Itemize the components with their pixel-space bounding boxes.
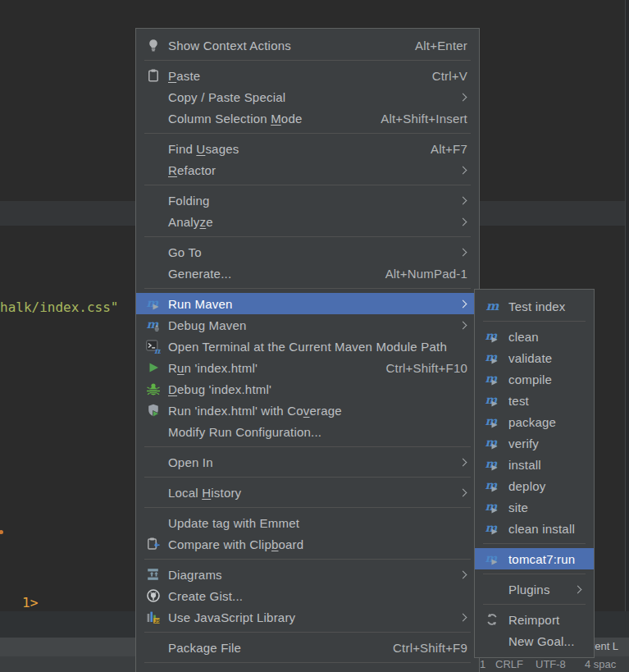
status-line-ending[interactable]: CRLF xyxy=(495,658,523,670)
menu-item-label: Plugins xyxy=(508,583,550,597)
menu-item-label: clean install xyxy=(508,522,575,536)
menu-item-plugins[interactable]: Plugins xyxy=(475,578,594,600)
menu-item-label: Run Maven xyxy=(168,297,233,311)
menu-item-go-to[interactable]: Go To xyxy=(136,241,479,263)
menu-item-update-tag-with-emmet[interactable]: Update tag with Emmet xyxy=(136,512,479,533)
chevron-right-icon xyxy=(459,570,467,578)
menu-item-label: Debug Maven xyxy=(168,318,247,332)
menu-item-goal-compile[interactable]: mcompile xyxy=(475,368,594,390)
menu-item-label: Compare with Clipboard xyxy=(168,537,303,551)
chevron-right-icon xyxy=(459,488,467,496)
menu-item-refactor[interactable]: Refactor xyxy=(136,159,479,181)
menu-item-run-index-html-with-coverage[interactable]: Run 'index.html' with Coverage xyxy=(136,400,479,421)
menu-item-local-history[interactable]: Local History xyxy=(136,482,479,503)
menu-item-paste[interactable]: PasteCtrl+V xyxy=(136,65,479,86)
menu-item-shortcut: Alt+Shift+Insert xyxy=(381,112,467,126)
menu-item-label: Open In xyxy=(168,455,213,469)
menu-item-goal-install[interactable]: minstall xyxy=(475,454,594,475)
no-icon xyxy=(485,633,499,648)
chevron-right-icon xyxy=(574,585,582,593)
menu-item-package-file[interactable]: Package FileCtrl+Shift+F9 xyxy=(136,637,479,658)
menu-item-find-usages[interactable]: Find UsagesAlt+F7 xyxy=(136,138,479,159)
menu-item-shortcut: Alt+F7 xyxy=(431,142,467,156)
status-encoding[interactable]: UTF-8 xyxy=(536,658,566,670)
menu-item-show-context-actions[interactable]: Show Context ActionsAlt+Enter xyxy=(136,34,479,56)
menu-item-goal-clean[interactable]: mclean xyxy=(475,326,594,347)
menu-separator xyxy=(144,632,471,633)
menu-item-label: Run 'index.html' xyxy=(168,361,258,375)
menu-item-compare-with-clipboard[interactable]: Compare with Clipboard xyxy=(136,533,479,555)
menu-item-label: Analyze xyxy=(168,215,213,229)
maven-goal-icon: m xyxy=(485,414,499,429)
menu-item-create-gist[interactable]: Create Gist... xyxy=(136,585,479,606)
svg-text:m: m xyxy=(154,346,161,354)
status-line-indicator[interactable]: 1 xyxy=(480,658,485,670)
menu-item-goal-validate[interactable]: mvalidate xyxy=(475,347,594,368)
menu-item-column-selection-mode[interactable]: Column Selection ModeAlt+Shift+Insert xyxy=(136,107,479,129)
menu-item-run-maven[interactable]: mRun Maven xyxy=(136,293,479,314)
menu-item-label: Find Usages xyxy=(168,142,239,156)
menu-item-goal-test[interactable]: mtest xyxy=(475,390,594,411)
chevron-right-icon xyxy=(459,248,467,256)
menu-separator xyxy=(144,288,471,289)
menu-separator xyxy=(483,604,586,605)
menu-item-label: Open Terminal at the Current Maven Modul… xyxy=(168,340,447,354)
no-icon xyxy=(146,141,161,156)
maven-goal-icon: m xyxy=(485,500,499,514)
coverage-icon xyxy=(146,403,161,418)
maven-goal-icon: m xyxy=(485,457,499,472)
menu-item-label: Refactor xyxy=(168,163,216,177)
menu-item-label: site xyxy=(508,501,528,514)
maven-goal-icon: m xyxy=(485,478,499,493)
menu-item-label: Test index xyxy=(508,299,566,313)
maven-m-icon: m xyxy=(485,299,499,313)
no-icon xyxy=(146,515,161,530)
ide-window: halk/index.css" 1> ··· Event L 1 CRLF UT… xyxy=(0,0,629,672)
menu-item-label: Create Gist... xyxy=(168,589,243,603)
menu-item-goal-clean-install[interactable]: mclean install xyxy=(475,518,594,539)
menu-item-use-javascript-library[interactable]: JSUse JavaScript Library xyxy=(136,606,479,628)
editor-scrollbar-track[interactable] xyxy=(626,0,629,638)
menu-item-copy-paste-special[interactable]: Copy / Paste Special xyxy=(136,86,479,107)
menu-item-label: Paste xyxy=(168,69,200,83)
menu-item-debug-index-html[interactable]: Debug 'index.html' xyxy=(136,378,479,400)
menu-item-goal-site[interactable]: msite xyxy=(475,496,594,518)
editor-context-menu: Show Context ActionsAlt+EnterPasteCtrl+V… xyxy=(135,28,480,672)
chevron-right-icon xyxy=(459,93,467,101)
menu-item-debug-maven[interactable]: mDebug Maven xyxy=(136,314,479,336)
status-indent[interactable]: 4 spac xyxy=(585,658,616,670)
menu-item-shortcut: Ctrl+Shift+F9 xyxy=(393,641,467,655)
menu-item-label: Package File xyxy=(168,641,241,655)
menu-item-generate[interactable]: Generate...Alt+NumPad-1 xyxy=(136,263,479,284)
menu-separator xyxy=(483,543,586,544)
run-icon xyxy=(146,360,161,375)
menu-item-analyze[interactable]: Analyze xyxy=(136,211,479,232)
reimport-icon xyxy=(485,612,499,627)
svg-text:m: m xyxy=(486,299,500,313)
menu-item-goal-package[interactable]: mpackage xyxy=(475,411,594,432)
maven-debug-icon: m xyxy=(146,318,161,332)
menu-item-new-goal[interactable]: New Goal... xyxy=(475,630,594,651)
menu-item-goal-tomcat7-run[interactable]: mtomcat7:run xyxy=(475,548,594,569)
menu-item-shortcut: Alt+NumPad-1 xyxy=(385,267,467,281)
menu-item-goal-deploy[interactable]: mdeploy xyxy=(475,475,594,496)
menu-item-run-index-html[interactable]: Run 'index.html'Ctrl+Shift+F10 xyxy=(136,357,479,378)
menu-item-open-terminal-maven-module[interactable]: mOpen Terminal at the Current Maven Modu… xyxy=(136,336,479,357)
menu-item-label: clean xyxy=(508,330,539,344)
editor-code-fragment xyxy=(0,530,3,534)
menu-item-open-in[interactable]: Open In xyxy=(136,451,479,473)
menu-item-folding[interactable]: Folding xyxy=(136,190,479,211)
menu-item-reimport[interactable]: Reimport xyxy=(475,609,594,630)
maven-goal-icon: m xyxy=(485,436,499,450)
menu-separator xyxy=(144,60,471,61)
no-icon xyxy=(146,455,161,469)
menu-separator xyxy=(144,662,471,663)
menu-item-goal-verify[interactable]: mverify xyxy=(475,432,594,454)
menu-item-modify-run-configuration[interactable]: Modify Run Configuration... xyxy=(136,421,479,442)
chevron-right-icon xyxy=(459,299,467,308)
menu-item-diagrams[interactable]: Diagrams xyxy=(136,564,479,585)
menu-item-label: Use JavaScript Library xyxy=(168,610,295,624)
menu-item-label: Modify Run Configuration... xyxy=(168,425,321,439)
compare-clipboard-icon xyxy=(146,537,161,551)
menu-item-test-index[interactable]: mTest index xyxy=(475,295,594,317)
